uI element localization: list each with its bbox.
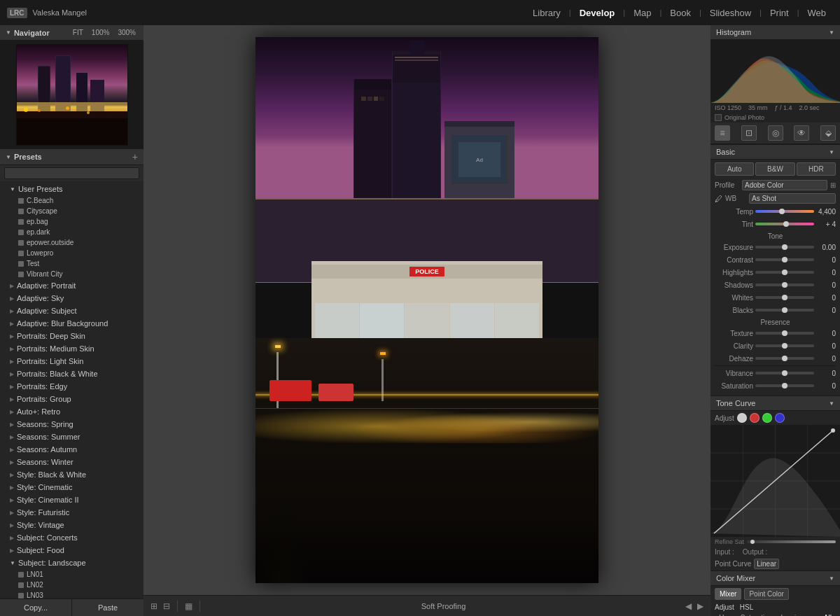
nav-web[interactable]: Web xyxy=(801,5,834,21)
filmstrip-icon[interactable]: ▦ xyxy=(183,600,194,612)
compare-view-icon[interactable]: ⊟ xyxy=(162,600,172,612)
seasons-summer-header[interactable]: ▶Seasons: Summer xyxy=(0,430,144,443)
portraits-group-header[interactable]: ▶Portraits: Group xyxy=(0,393,144,405)
grid-view-icon[interactable]: ⊞ xyxy=(149,600,159,612)
masking-tool[interactable]: ⬙ xyxy=(820,125,836,141)
preset-test[interactable]: Test xyxy=(0,258,144,269)
preset-ln01[interactable]: LN01 xyxy=(0,569,144,580)
subject-food-header[interactable]: ▶Subject: Food xyxy=(0,544,144,556)
copy-button[interactable]: Copy... xyxy=(0,599,71,616)
seasons-autumn-header[interactable]: ▶Seasons: Autumn xyxy=(0,443,144,456)
point-color-tab[interactable]: Point Color xyxy=(744,588,788,600)
nav-develop[interactable]: Develop xyxy=(573,5,622,21)
curve-green-dot[interactable] xyxy=(762,413,772,423)
curve-red-dot[interactable] xyxy=(750,413,760,423)
blacks-thumb[interactable] xyxy=(782,307,788,313)
next-arrow-icon[interactable]: ▶ xyxy=(696,600,705,612)
profile-grid-icon[interactable]: ⊞ xyxy=(830,181,836,189)
hdr-button[interactable]: HDR xyxy=(797,162,836,176)
zoom-100-button[interactable]: 100% xyxy=(90,28,112,37)
preset-epoweroutside[interactable]: epower.outside xyxy=(0,237,144,248)
preset-ln03[interactable]: LN03 xyxy=(0,590,144,598)
basic-section-header[interactable]: Basic ▼ xyxy=(710,144,840,160)
nav-book[interactable]: Book xyxy=(663,5,698,21)
eyedropper-icon[interactable]: 🖊 xyxy=(715,195,722,203)
texture-thumb[interactable] xyxy=(782,330,788,336)
zoom-300-button[interactable]: 300% xyxy=(115,28,138,37)
dehaze-slider[interactable] xyxy=(755,357,814,360)
clarity-thumb[interactable] xyxy=(782,343,788,349)
crop-tool[interactable]: ⊡ xyxy=(741,125,757,141)
whites-slider[interactable] xyxy=(755,296,814,299)
portraits-edgy-header[interactable]: ▶Portraits: Edgy xyxy=(0,380,144,393)
histogram-header[interactable]: Histogram ▼ xyxy=(710,25,840,40)
style-bw-header[interactable]: ▶Style: Black & White xyxy=(0,468,144,481)
style-cinematic2-header[interactable]: ▶Style: Cinematic II xyxy=(0,493,144,506)
prev-arrow-icon[interactable]: ◀ xyxy=(684,600,693,612)
tint-thumb[interactable] xyxy=(783,221,789,227)
preset-epbag[interactable]: ep.bag xyxy=(0,216,144,227)
style-cinematic-header[interactable]: ▶Style: Cinematic xyxy=(0,481,144,493)
spot-tool[interactable]: ◎ xyxy=(768,125,783,141)
exposure-thumb[interactable] xyxy=(782,244,788,250)
mixer-tab[interactable]: Mixer xyxy=(715,588,741,600)
presets-search-input[interactable] xyxy=(4,167,139,179)
dehaze-thumb[interactable] xyxy=(782,356,788,361)
clarity-slider[interactable] xyxy=(755,344,814,347)
texture-slider[interactable] xyxy=(755,332,814,335)
blacks-slider[interactable] xyxy=(755,309,814,312)
highlights-thumb[interactable] xyxy=(782,270,788,275)
presets-header[interactable]: ▼ Presets + xyxy=(0,149,144,165)
fit-button[interactable]: FIT xyxy=(71,28,85,37)
wb-value[interactable]: As Shot xyxy=(749,193,836,204)
vibrance-thumb[interactable] xyxy=(782,370,788,376)
refine-slider[interactable] xyxy=(747,540,836,543)
highlights-slider[interactable] xyxy=(755,271,814,274)
nav-map[interactable]: Map xyxy=(626,5,658,21)
subject-landscape-header[interactable]: ▼Subject: Landscape xyxy=(0,556,144,569)
shadows-thumb[interactable] xyxy=(782,282,788,288)
preset-lowepro[interactable]: Lowepro xyxy=(0,248,144,258)
vibrance-slider[interactable] xyxy=(755,372,814,374)
portraits-deep-header[interactable]: ▶Portraits: Deep Skin xyxy=(0,330,144,342)
red-eye-tool[interactable]: 👁 xyxy=(794,125,809,141)
presets-add-button[interactable]: + xyxy=(132,152,138,162)
saturation-thumb[interactable] xyxy=(782,383,788,388)
preset-cbeach[interactable]: C.Beach xyxy=(0,195,144,206)
preset-ln02[interactable]: LN02 xyxy=(0,580,144,590)
nav-library[interactable]: Library xyxy=(526,5,568,21)
refine-thumb[interactable] xyxy=(750,540,755,544)
original-photo-checkbox[interactable] xyxy=(715,114,722,121)
whites-thumb[interactable] xyxy=(782,295,788,300)
preset-vibrant-city[interactable]: Vibrant City xyxy=(0,269,144,279)
bw-button[interactable]: B&W xyxy=(755,162,794,176)
subject-concerts-header[interactable]: ▶Subject: Concerts xyxy=(0,531,144,544)
tone-curve-canvas[interactable] xyxy=(710,425,840,537)
color-mixer-header[interactable]: Color Mixer ▼ xyxy=(710,570,840,586)
point-curve-type[interactable]: Linear xyxy=(754,559,779,569)
tint-slider[interactable] xyxy=(755,223,814,225)
portraits-light-header[interactable]: ▶Portraits: Light Skin xyxy=(0,355,144,368)
tone-curve-header[interactable]: Tone Curve ▼ xyxy=(710,396,840,411)
preset-epdark[interactable]: ep.dark xyxy=(0,227,144,237)
exposure-slider[interactable] xyxy=(755,246,814,248)
saturation-slider[interactable] xyxy=(755,384,814,387)
style-vintage-header[interactable]: ▶Style: Vintage xyxy=(0,519,144,531)
user-presets-header[interactable]: ▼ User Presets xyxy=(0,183,144,195)
curve-blue-dot[interactable] xyxy=(775,413,785,423)
portraits-bw-header[interactable]: ▶Portraits: Black & White xyxy=(0,368,144,380)
adaptive-blur-header[interactable]: ▶Adaptive: Blur Background xyxy=(0,317,144,330)
adaptive-sky-header[interactable]: ▶Adaptive: Sky xyxy=(0,292,144,304)
nav-print[interactable]: Print xyxy=(763,5,796,21)
contrast-slider[interactable] xyxy=(755,258,814,261)
contrast-thumb[interactable] xyxy=(782,257,788,262)
seasons-winter-header[interactable]: ▶Seasons: Winter xyxy=(0,456,144,468)
navigator-header[interactable]: ▼ Navigator FIT 100% 300% xyxy=(0,25,144,41)
temp-thumb[interactable] xyxy=(779,209,785,214)
profile-value[interactable]: Adobe Color xyxy=(742,180,827,190)
auto-button[interactable]: Auto xyxy=(715,162,754,176)
nav-slideshow[interactable]: Slideshow xyxy=(703,5,758,21)
curve-white-dot[interactable] xyxy=(737,413,747,423)
adaptive-subject-header[interactable]: ▶Adaptive: Subject xyxy=(0,304,144,317)
paste-button[interactable]: Paste xyxy=(71,599,144,616)
